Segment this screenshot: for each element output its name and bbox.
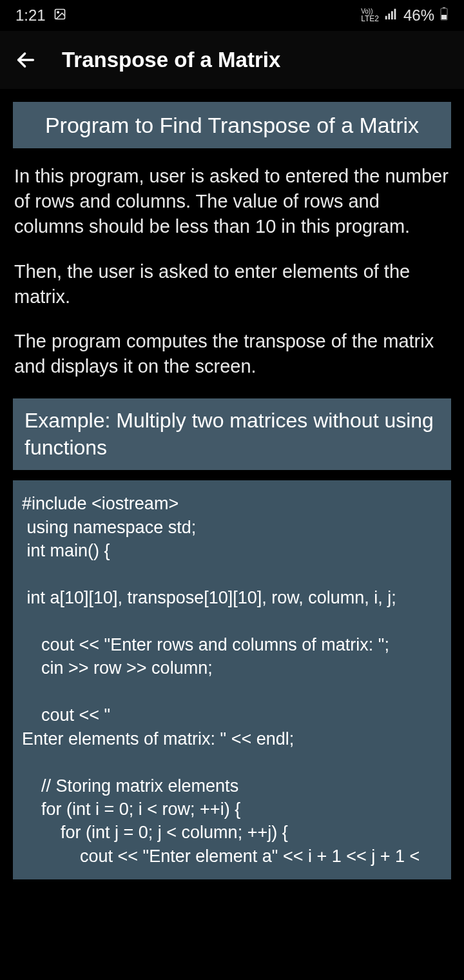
image-icon — [53, 6, 66, 24]
status-right: Vo)) LTE2 46% — [361, 6, 449, 24]
status-time: 1:21 — [15, 6, 46, 24]
code-block: #include <iostream> using namespace std;… — [13, 480, 451, 879]
example-heading: Example: Multiply two matrices without u… — [13, 398, 451, 470]
main-heading: Program to Find Transpose of a Matrix — [13, 102, 451, 148]
svg-rect-2 — [385, 16, 387, 19]
content-area: Program to Find Transpose of a Matrix In… — [0, 89, 464, 879]
svg-rect-3 — [388, 14, 390, 19]
battery-icon — [440, 6, 449, 24]
signal-icon — [384, 6, 398, 24]
app-bar: Transpose of a Matrix — [0, 31, 464, 89]
description-para-3: The program computes the transpose of th… — [13, 329, 451, 379]
svg-point-1 — [57, 12, 59, 13]
svg-rect-8 — [441, 15, 447, 19]
description-para-2: Then, the user is asked to enter element… — [13, 259, 451, 309]
svg-rect-4 — [391, 11, 393, 19]
svg-rect-7 — [443, 7, 445, 8]
back-button[interactable] — [13, 47, 39, 73]
page-title: Transpose of a Matrix — [62, 48, 280, 72]
status-left: 1:21 — [15, 6, 66, 24]
navigation-bar — [0, 941, 464, 980]
description-para-1: In this program, user is asked to entere… — [13, 164, 451, 239]
battery-percent: 46% — [403, 6, 434, 24]
svg-rect-5 — [394, 9, 396, 20]
status-bar: 1:21 Vo)) LTE2 46% — [0, 0, 464, 31]
lte-label: Vo)) LTE2 — [361, 8, 379, 23]
